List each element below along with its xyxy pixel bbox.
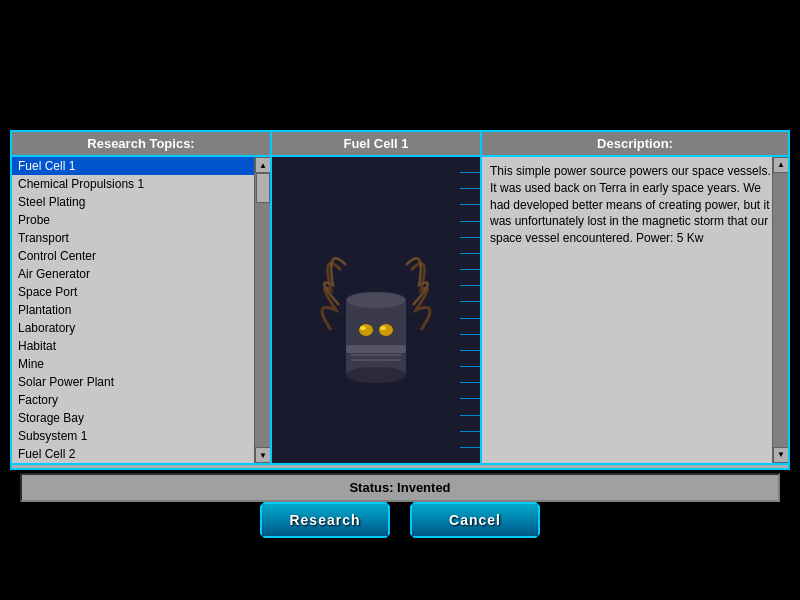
research-dialog: Research Topics: Fuel Cell 1Chemical Pro… xyxy=(10,130,790,470)
topics-header: Research Topics: xyxy=(12,132,270,157)
list-item[interactable]: Solar Power Plant xyxy=(12,373,254,391)
scroll-down-button[interactable]: ▼ xyxy=(255,447,270,463)
button-row: Research Cancel xyxy=(260,502,540,538)
list-item[interactable]: Control Center xyxy=(12,247,254,265)
svg-point-2 xyxy=(346,367,406,383)
list-item[interactable]: Transport xyxy=(12,229,254,247)
research-button[interactable]: Research xyxy=(260,502,390,538)
description-text: This simple power source powers our spac… xyxy=(482,157,788,463)
list-item[interactable]: Chemical Propulsions 1 xyxy=(12,175,254,193)
decorative-lines xyxy=(460,157,480,463)
list-scrollbar[interactable]: ▲ ▼ xyxy=(254,157,270,463)
cancel-button[interactable]: Cancel xyxy=(410,502,540,538)
description-scrollbar[interactable]: ▲ ▼ xyxy=(772,157,788,463)
svg-point-4 xyxy=(379,324,393,336)
list-item[interactable]: Subsystem 1 xyxy=(12,427,254,445)
list-item[interactable]: Mine xyxy=(12,355,254,373)
desc-scroll-up[interactable]: ▲ xyxy=(773,157,788,173)
scroll-thumb[interactable] xyxy=(256,173,270,203)
list-item[interactable]: Space Port xyxy=(12,283,254,301)
fuel-cell-image xyxy=(301,230,451,390)
description-header: Description: xyxy=(482,132,788,157)
svg-rect-7 xyxy=(346,345,406,353)
svg-point-1 xyxy=(346,292,406,308)
svg-rect-0 xyxy=(346,300,406,375)
left-panel: Research Topics: Fuel Cell 1Chemical Pro… xyxy=(12,132,272,463)
list-item[interactable]: Fuel Cell 2 xyxy=(12,445,254,463)
svg-point-6 xyxy=(380,326,386,330)
middle-panel: Fuel Cell 1 xyxy=(272,132,482,463)
list-item[interactable]: Laboratory xyxy=(12,319,254,337)
item-name-header: Fuel Cell 1 xyxy=(272,132,480,157)
status-bar: Status: Invented xyxy=(20,473,780,502)
list-item[interactable]: Habitat xyxy=(12,337,254,355)
bottom-area: Status: Invented Research Cancel xyxy=(12,465,788,546)
list-item[interactable]: Factory xyxy=(12,391,254,409)
right-panel: Description: This simple power source po… xyxy=(482,132,788,463)
list-item[interactable]: Storage Bay xyxy=(12,409,254,427)
svg-point-5 xyxy=(360,326,366,330)
svg-point-3 xyxy=(359,324,373,336)
research-topics-list: Fuel Cell 1Chemical Propulsions 1Steel P… xyxy=(12,157,254,463)
list-item[interactable]: Probe xyxy=(12,211,254,229)
desc-scroll-down[interactable]: ▼ xyxy=(773,447,788,463)
list-item[interactable]: Plantation xyxy=(12,301,254,319)
list-item[interactable]: Air Generator xyxy=(12,265,254,283)
item-image-container xyxy=(272,157,480,463)
list-item[interactable]: Fuel Cell 1 xyxy=(12,157,254,175)
scroll-up-button[interactable]: ▲ xyxy=(255,157,270,173)
list-item[interactable]: Steel Plating xyxy=(12,193,254,211)
